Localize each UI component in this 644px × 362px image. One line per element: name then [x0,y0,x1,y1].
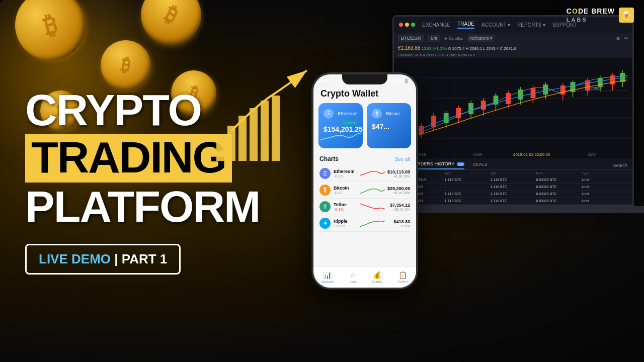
svg-rect-30 [610,75,615,84]
svg-rect-32 [444,113,449,123]
nav-exchange[interactable]: EXCHANGE [422,22,450,28]
nav-orders[interactable]: 📋 Orders [397,271,408,284]
col-rem: Rem [536,171,582,175]
nav-funds[interactable]: 💰 Funds [372,271,382,284]
phone-time: 9:41 [320,78,330,83]
list-item: ✦ Ripple +1.6% $413.33 +2.0% [319,215,410,232]
svg-rect-40 [543,84,548,95]
svg-rect-16 [431,116,436,127]
btc-row-info: Bitcoin -0.87 [334,186,360,195]
svg-rect-44 [598,78,603,87]
table-row: 1 189.114 EUR 1.119 BTC 1.119 BTC 0.0002… [394,191,632,198]
dot-red [399,23,403,27]
logo-icon: 🍺 [619,8,634,23]
phone-container: 9:41 ▲▲▲ WiFi 🔋 Crypto Wallet Ξ Ethereum… [312,73,418,289]
btc-name: Bitcoin [386,111,399,116]
orders-tabs: S 2 ORDERS HISTORY 28 DEALS Search [394,158,632,170]
lists-icon: ☆ [350,271,356,279]
tab-orders-history[interactable]: ORDERS HISTORY 28 [414,161,465,169]
price-change: 13,88 (+1.2%) [422,46,447,51]
nav-markets[interactable]: 📊 Markets [321,271,334,284]
dot-yellow [405,23,409,27]
funds-icon: 💰 [373,271,381,279]
price-ohlc: O 2075.4 H 2086.1 L 2043.4 C 2081.6 [448,46,516,51]
list-item: Ξ Ethereum -0.26 $10,113.00 +6.18 19% [319,165,410,182]
eth-sparkline [360,168,385,179]
table-row: 1 189.114 EUR 1.119 BTC 1.119 BTC 0.0002… [394,198,632,205]
candles-label: ◈ Candles [444,36,463,41]
svg-text:MAY: MAY [588,152,596,157]
fibonacci-bar: Fibonacci 2075.4 2086.1 2043.4 2081.6 20… [394,52,632,58]
eth-icon: Ξ [324,109,334,119]
col-qty: Qty [491,171,536,175]
candlestick-area: FEB MAR 2015-02-02 22:00:00 MAY 1238.0 [394,58,632,158]
wallet-card-eth: Ξ Ethereum +.997% $154,201.25 [318,103,363,148]
xrp-sparkline [360,218,385,229]
see-all-btn[interactable]: See all [394,156,410,162]
draw-icon[interactable]: ✏ [624,36,628,41]
xrp-row-icon: ✦ [319,218,331,229]
laptop-container: EXCHANGE TRADE ACCOUNT ▾ REPORTS ▾ SUPPO… [392,15,644,213]
svg-rect-20 [481,101,486,110]
orders-section: S 2 ORDERS HISTORY 28 DEALS Search Price… [394,158,632,206]
pair-selector[interactable]: BTC/EUR [398,35,424,42]
tab-deals[interactable]: DEALS [472,162,488,169]
btc-sparkline [360,185,385,196]
nav-trade[interactable]: TRADE [457,21,474,29]
indicators-btn[interactable]: Indicators ▾ [467,35,495,42]
phone-header: Crypto Wallet [313,85,416,103]
live-demo-separator: | PART 1 [114,251,167,266]
live-demo-part: LIVE DEMO [39,251,111,266]
orders-search[interactable]: Search [613,163,627,168]
usdt-sparkline [360,201,385,212]
eth-badge: +.997% [342,121,358,125]
nav-reports[interactable]: REPORTS ▾ [517,22,545,28]
wallet-cards: Ξ Ethereum +.997% $154,201.25 [313,103,416,152]
charts-title: Charts [319,155,339,162]
nav-lists[interactable]: ☆ Lists [349,271,356,284]
list-item: T Tether -6.1% $7,354.12 +$0.01 0% [319,199,410,215]
phone-bottom-nav: 📊 Markets ☆ Lists 💰 Funds 📋 [313,266,416,288]
col-type: Type [582,171,627,175]
right-section: EXCHANGE TRADE ACCOUNT ▾ REPORTS ▾ SUPPO… [282,0,644,362]
dot-green [411,23,415,27]
live-demo-text: LIVE DEMO | PART 1 [39,251,167,266]
phone-notch [342,74,387,84]
logo-area: CODE BREWLABS 🍺 [567,7,634,23]
orders-icon: 📋 [398,271,407,279]
orders-table-header: Price Avg Qty Rem Type [394,170,632,176]
eth-mini-chart [318,130,363,144]
svg-rect-22 [506,93,511,104]
svg-text:MAR: MAR [473,152,482,157]
svg-rect-38 [518,89,523,100]
title-trading: TRADING [31,135,226,179]
markets-icon: 📊 [323,271,332,279]
nav-orders-label: Orders [397,280,408,284]
svg-rect-34 [468,103,473,114]
btc-icon: ₿ [372,109,382,119]
nav-account[interactable]: ACCOUNT ▾ [481,22,510,28]
laptop-screen: EXCHANGE TRADE ACCOUNT ▾ REPORTS ▾ SUPPO… [392,15,634,206]
btc-row-icon: ₿ [319,185,331,196]
svg-rect-0 [216,136,224,161]
timeframe-selector[interactable]: 5m [428,35,441,42]
phone-frame: 9:41 ▲▲▲ WiFi 🔋 Crypto Wallet Ξ Ethereum… [312,73,418,289]
laptop-base [392,206,644,213]
col-avg: Avg [445,171,491,175]
orders-table: Price Avg Qty Rem Type 4797.44040 EUR 1.… [394,170,632,205]
xrp-row-info: Ripple +1.6% [334,219,360,228]
phone-app-title: Crypto Wallet [320,88,378,99]
price-info: €1,163.88 13,88 (+1.2%) O 2075.4 H 2086.… [394,44,632,52]
svg-rect-18 [456,108,461,118]
eth-row-info: Ethereum -0.26 [334,169,360,178]
phone-screen: 9:41 ▲▲▲ WiFi 🔋 Crypto Wallet Ξ Ethereum… [313,74,416,288]
svg-text:FEB: FEB [419,152,426,157]
price-main: €1,163.88 [398,45,421,51]
arrow-svg [226,65,317,146]
chart-toolbar: BTC/EUR 5m ◈ Candles Indicators ▾ ⚙ ✏ [394,33,632,44]
live-demo-badge[interactable]: LIVE DEMO | PART 1 [25,244,181,275]
table-row: 4797.44040 EUR 1.119 BTC 1.119 BTC 0.000… [394,176,632,184]
settings-icon[interactable]: ⚙ [616,36,620,41]
svg-rect-28 [585,80,590,90]
charts-header: Charts See all [319,155,410,162]
